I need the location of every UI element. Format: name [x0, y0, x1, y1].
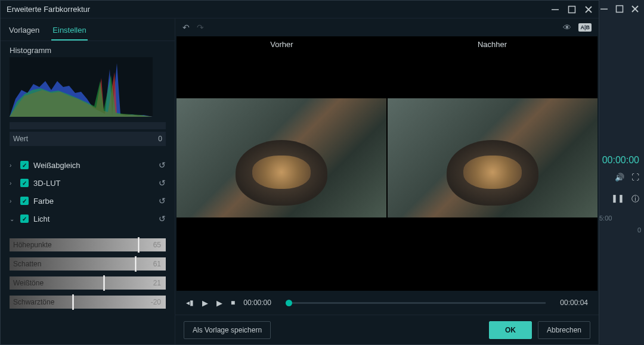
tab-settings[interactable]: Einstellen	[51, 22, 87, 41]
chevron-right-icon: ›	[10, 180, 16, 187]
highlights-slider[interactable]: Höhepunkte 65	[10, 238, 166, 251]
maximize-icon[interactable]	[568, 5, 576, 14]
help-icon[interactable]: ⓘ	[631, 194, 639, 204]
threshold-slider[interactable]	[10, 122, 166, 129]
before-image	[177, 98, 386, 217]
reset-icon[interactable]: ↺	[159, 178, 166, 188]
back-close-icon[interactable]	[631, 5, 639, 13]
duration-time: 00:00:04	[560, 299, 588, 307]
color-correction-window: Erweiterte Farbkorrektur Vorlagen Einste…	[0, 0, 599, 345]
property-white-balance[interactable]: › ✓ Weißabgleich ↺	[1, 156, 175, 174]
step-back-icon[interactable]: ◂▮	[186, 299, 194, 307]
svg-rect-0	[600, 9, 608, 10]
back-maximize-icon[interactable]	[615, 5, 624, 13]
back-timecode: 00:00:00	[602, 155, 639, 166]
slider-handle[interactable]	[72, 294, 74, 310]
tab-templates[interactable]: Vorlagen	[8, 22, 41, 41]
fullscreen-icon[interactable]: ⛶	[631, 173, 639, 182]
slider-handle[interactable]	[135, 256, 137, 272]
slider-handle[interactable]	[103, 275, 105, 291]
undo-icon[interactable]: ↶	[182, 23, 190, 32]
checkbox-3d-lut[interactable]: ✓	[20, 179, 29, 187]
play-forward-icon[interactable]: ▶	[216, 299, 222, 307]
chevron-down-icon: ⌄	[10, 216, 16, 222]
svg-rect-2	[552, 9, 559, 10]
minimize-icon[interactable]	[551, 5, 559, 14]
whites-slider[interactable]: Weißtöne 21	[10, 276, 166, 290]
titlebar: Erweiterte Farbkorrektur	[1, 1, 599, 18]
ok-button[interactable]: OK	[489, 321, 532, 339]
current-time: 00:00:00	[243, 299, 271, 307]
checkbox-light[interactable]: ✓	[20, 215, 29, 223]
property-3d-lut[interactable]: › ✓ 3D-LUT ↺	[1, 174, 175, 192]
reset-icon[interactable]: ↺	[159, 160, 166, 170]
after-label: Nachher	[387, 40, 597, 49]
compare-view: Vorher Nachher	[177, 36, 597, 291]
back-timeline-ruler: 5:00 0	[599, 215, 641, 234]
eye-icon[interactable]: 👁	[563, 23, 571, 32]
histogram-label: Histogramm	[10, 46, 166, 55]
timeline-playhead[interactable]	[286, 300, 292, 306]
chevron-right-icon: ›	[10, 162, 16, 169]
playback-timeline[interactable]	[286, 302, 546, 304]
cancel-button[interactable]: Abbrechen	[538, 321, 590, 339]
stop-icon[interactable]: ■	[231, 299, 235, 307]
volume-icon[interactable]: 🔊	[615, 173, 624, 182]
back-minimize-icon[interactable]	[600, 5, 608, 13]
property-color[interactable]: › ✓ Farbe ↺	[1, 192, 175, 210]
reset-icon[interactable]: ↺	[159, 196, 166, 206]
svg-rect-3	[569, 6, 575, 13]
blacks-slider[interactable]: Schwarztöne -20	[10, 296, 166, 309]
wert-label: Wert	[13, 135, 28, 143]
playback-controls: ◂▮ ▶ ▶ ■ 00:00:00 00:00:04	[175, 291, 599, 315]
close-icon[interactable]	[584, 5, 593, 14]
preview-panel: ↶ ↷ 👁 A|B Vorher Nachher	[175, 18, 599, 344]
chevron-right-icon: ›	[10, 198, 16, 204]
wert-value: 0	[158, 135, 162, 143]
checkbox-white-balance[interactable]: ✓	[20, 161, 29, 169]
bottom-action-bar: Als Vorlage speichern OK Abbrechen	[175, 315, 599, 344]
property-light[interactable]: ⌄ ✓ Licht ↺	[1, 210, 175, 228]
save-as-template-button[interactable]: Als Vorlage speichern	[184, 321, 271, 339]
after-image	[388, 98, 597, 217]
histogram-display	[10, 57, 153, 117]
shadows-slider[interactable]: Schatten 61	[10, 257, 166, 271]
compare-ab-icon[interactable]: A|B	[578, 23, 592, 32]
wert-slider[interactable]: Wert 0	[10, 132, 166, 146]
window-title: Erweiterte Farbkorrektur	[7, 5, 90, 14]
redo-icon[interactable]: ↷	[197, 23, 204, 32]
before-label: Vorher	[177, 40, 387, 49]
slider-handle[interactable]	[138, 237, 140, 253]
settings-sidebar: Vorlagen Einstellen Histogramm	[1, 18, 175, 344]
checkbox-color[interactable]: ✓	[20, 197, 29, 205]
svg-rect-1	[617, 6, 623, 13]
play-icon[interactable]: ▶	[202, 299, 208, 307]
reset-icon[interactable]: ↺	[159, 214, 166, 223]
pause-tool-icon[interactable]: ❚❚	[611, 194, 624, 204]
